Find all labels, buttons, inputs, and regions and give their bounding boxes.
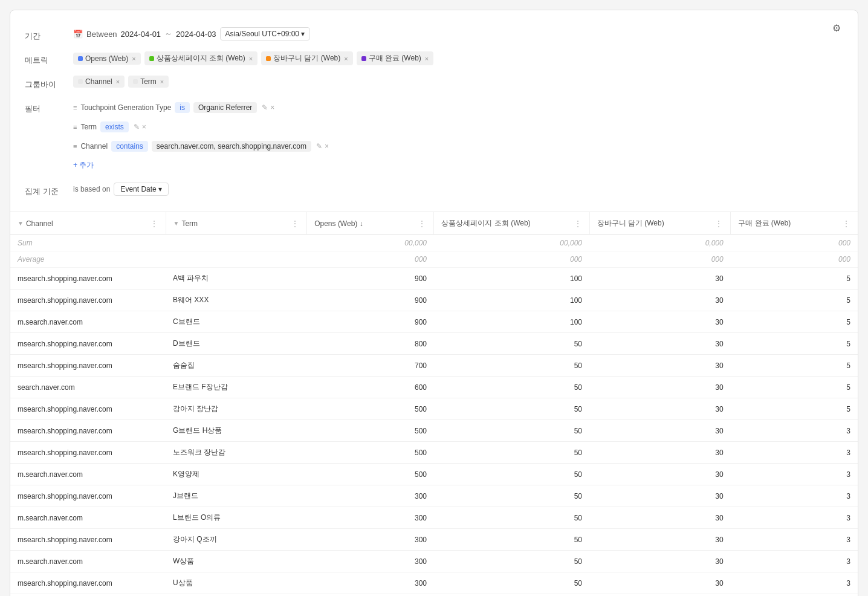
- avg-row: Average 000 000 000 000: [10, 251, 858, 268]
- cell-purchase-10: 3: [731, 485, 858, 507]
- cell-term-8: 노즈워크 장난감: [166, 442, 307, 464]
- metric-close-2[interactable]: ×: [344, 55, 348, 62]
- cell-opens-3: 800: [307, 333, 434, 355]
- settings-icon[interactable]: ⚙: [830, 20, 843, 36]
- condition-field-1: Term: [80, 123, 97, 131]
- cell-channel-0: msearch.shopping.naver.com: [10, 268, 166, 290]
- cell-pdp-2: 100: [434, 311, 589, 333]
- col-purchase-menu[interactable]: ⋮: [842, 219, 850, 228]
- cell-channel-7: msearch.shopping.naver.com: [10, 420, 166, 442]
- sum-opens: 00,000: [307, 235, 434, 251]
- cell-cart-9: 30: [589, 464, 731, 485]
- cell-pdp-9: 50: [434, 464, 589, 485]
- table-row: m.search.naver.com C브랜드 900 100 30 5: [10, 311, 858, 333]
- event-date-value: Event Date: [120, 185, 156, 193]
- table-row: msearch.shopping.naver.com 강아지 장난감 500 5…: [10, 398, 858, 420]
- table-row: msearch.shopping.naver.com U상품 300 50 30…: [10, 572, 858, 594]
- col-cart-menu[interactable]: ⋮: [714, 219, 723, 228]
- col-cart-label: 장바구니 담기 (Web): [597, 218, 664, 228]
- sum-pdp: 00,000: [434, 235, 589, 251]
- cell-purchase-11: 3: [731, 507, 858, 529]
- metric-tag-3[interactable]: 구매 완료 (Web) ×: [357, 51, 434, 65]
- condition-close-2[interactable]: ×: [325, 142, 329, 151]
- cell-term-2: C브랜드: [166, 311, 307, 333]
- condition-close-0[interactable]: ×: [270, 103, 274, 112]
- cell-purchase-3: 5: [731, 333, 858, 355]
- cell-pdp-6: 50: [434, 398, 589, 420]
- groupby-tag-0[interactable]: Channel ×: [73, 76, 125, 88]
- col-opens-label: Opens (Web) ↓: [314, 219, 363, 228]
- col-opens-menu[interactable]: ⋮: [418, 219, 426, 228]
- filter-icon[interactable]: ▼: [18, 220, 24, 227]
- event-date-select[interactable]: Event Date ▾: [114, 183, 168, 196]
- chevron-icon: ▾: [301, 30, 305, 38]
- cell-term-15: V브랜드 P장난감: [166, 594, 307, 597]
- col-channel-menu[interactable]: ⋮: [150, 219, 158, 228]
- col-term-menu[interactable]: ⋮: [291, 219, 299, 228]
- cell-purchase-14: 3: [731, 572, 858, 594]
- metric-close-1[interactable]: ×: [249, 55, 253, 62]
- groupby-tag-1[interactable]: Term ×: [128, 76, 169, 88]
- table-row: search.naver.com E브랜드 F장난감 600 50 30 5: [10, 377, 858, 398]
- cell-cart-11: 30: [589, 507, 731, 529]
- term-filter-icon[interactable]: ▼: [173, 220, 180, 227]
- calendar-icon: 📅: [73, 30, 83, 39]
- metric-tag-1[interactable]: 상품상세페이지 조회 (Web) ×: [144, 51, 258, 65]
- cell-opens-14: 300: [307, 572, 434, 594]
- condition-op-0: is: [175, 102, 190, 113]
- col-pdp-menu[interactable]: ⋮: [574, 219, 582, 228]
- period-row: 기간 📅 Between 2024-04-01 ～ 2024-04-03 Asi…: [25, 22, 830, 47]
- cell-opens-8: 500: [307, 442, 434, 464]
- groupby-close-1[interactable]: ×: [160, 78, 164, 85]
- metric-label-3: 구매 완료 (Web): [369, 53, 421, 63]
- groupby-content: Channel × Term ×: [73, 76, 843, 88]
- cell-term-4: 숨숨집: [166, 355, 307, 377]
- metric-tag-2[interactable]: 장바구니 담기 (Web) ×: [261, 51, 353, 65]
- metric-tag-0[interactable]: Opens (Web) ×: [73, 53, 141, 65]
- cell-pdp-4: 50: [434, 355, 589, 377]
- table-section: ▼ Channel ⋮ ▼ Term ⋮: [10, 212, 858, 596]
- cell-term-13: W상품: [166, 551, 307, 572]
- condition-edit-2[interactable]: ✎: [316, 142, 322, 151]
- cell-purchase-7: 3: [731, 420, 858, 442]
- sum-purchase: 000: [731, 235, 858, 251]
- cell-opens-4: 700: [307, 355, 434, 377]
- add-filter-button[interactable]: + 추가: [73, 158, 94, 173]
- condition-row-2: ≡ Channel contains search.naver.com, sea…: [73, 138, 843, 154]
- metric-close-3[interactable]: ×: [425, 55, 429, 62]
- condition-close-1[interactable]: ×: [142, 123, 146, 131]
- metric-dot-1: [149, 56, 154, 61]
- groupby-label-1: Term: [140, 77, 157, 86]
- condition-icon-1: ≡: [73, 123, 77, 131]
- condition-edit-1[interactable]: ✎: [134, 123, 140, 131]
- col-pdp: 상품상세페이지 조회 (Web) ⋮: [434, 212, 589, 235]
- cell-channel-12: msearch.shopping.naver.com: [10, 529, 166, 551]
- cell-channel-11: m.search.naver.com: [10, 507, 166, 529]
- cell-channel-15: m.search.naver.com: [10, 594, 166, 597]
- cell-opens-7: 500: [307, 420, 434, 442]
- col-term: ▼ Term ⋮: [166, 212, 307, 235]
- timezone-select[interactable]: Asia/Seoul UTC+09:00 ▾: [220, 27, 310, 40]
- condition-actions-0: ✎ ×: [262, 103, 274, 112]
- cell-purchase-2: 5: [731, 311, 858, 333]
- groupby-dot-1: [133, 79, 138, 84]
- table-row: msearch.shopping.naver.com G브랜드 H상품 500 …: [10, 420, 858, 442]
- sum-cart: 0,000: [589, 235, 731, 251]
- metrics-content: Opens (Web) × 상품상세페이지 조회 (Web) × 장바구니 담기…: [73, 51, 843, 65]
- condition-row-1: ≡ Term exists ✎ ×: [73, 119, 843, 135]
- condition-row-0: ≡ Touchpoint Generation Type is Organic …: [73, 100, 843, 115]
- groupby-close-0[interactable]: ×: [116, 78, 120, 85]
- condition-edit-0[interactable]: ✎: [262, 103, 268, 112]
- cell-purchase-12: 3: [731, 529, 858, 551]
- period-label: 기간: [25, 27, 73, 42]
- cell-cart-14: 30: [589, 572, 731, 594]
- cell-term-11: L브랜드 O의류: [166, 507, 307, 529]
- table-row: m.search.naver.com K영양제 500 50 30 3: [10, 464, 858, 485]
- table-row: m.search.naver.com W상품 300 50 30 3: [10, 551, 858, 572]
- metric-close-0[interactable]: ×: [132, 55, 135, 62]
- condition-op-2: contains: [111, 141, 148, 152]
- cell-cart-10: 30: [589, 485, 731, 507]
- cell-purchase-1: 5: [731, 290, 858, 311]
- filter-conditions: ≡ Touchpoint Generation Type is Organic …: [73, 100, 843, 173]
- cell-cart-4: 30: [589, 355, 731, 377]
